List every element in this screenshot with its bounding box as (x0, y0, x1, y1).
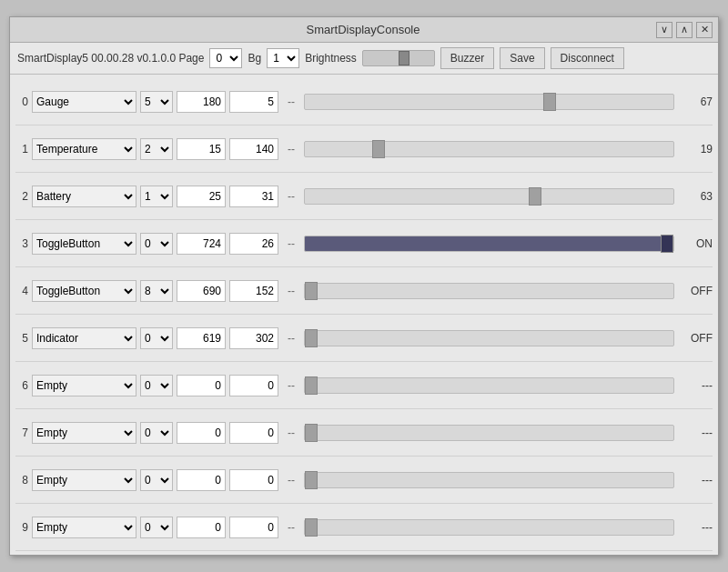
slider-value-5: OFF (680, 332, 713, 345)
maximize-button[interactable]: ∧ (676, 22, 693, 38)
type-select-7[interactable]: GaugeTemperatureBatteryToggleButtonIndic… (32, 422, 136, 444)
type-select-4[interactable]: GaugeTemperatureBatteryToggleButtonIndic… (32, 280, 136, 302)
type-select-8[interactable]: GaugeTemperatureBatteryToggleButtonIndic… (32, 469, 136, 491)
sub-select-9[interactable]: 0123456789 (140, 517, 173, 538)
brightness-slider[interactable] (362, 50, 435, 66)
val2-input-7[interactable] (229, 422, 278, 444)
bg-label: Bg (248, 52, 261, 65)
val2-input-8[interactable] (229, 469, 278, 491)
dash-label-9: -- (282, 521, 300, 534)
slider-area-1: 19 (304, 141, 713, 157)
row-slider-2[interactable] (304, 188, 674, 205)
slider-value-7: --- (680, 426, 713, 439)
val1-input-9[interactable] (177, 517, 226, 538)
slider-area-0: 67 (304, 94, 713, 110)
row-slider-6[interactable] (304, 377, 674, 394)
val2-input-5[interactable] (229, 327, 278, 349)
val1-input-2[interactable] (177, 186, 226, 207)
row-index-7: 7 (15, 426, 28, 439)
val2-input-6[interactable] (229, 375, 278, 396)
main-window: SmartDisplayConsole ∨ ∧ ✕ SmartDisplay5 … (9, 16, 719, 556)
val1-input-5[interactable] (177, 327, 226, 349)
bg-select[interactable]: 01 (267, 48, 299, 68)
row-index-5: 5 (15, 332, 28, 345)
sub-select-0[interactable]: 0123456789 (140, 91, 173, 113)
dash-label-6: -- (282, 379, 300, 392)
dash-label-7: -- (282, 426, 300, 439)
slider-area-2: 63 (304, 188, 713, 205)
window-title: SmartDisplayConsole (70, 23, 656, 36)
row-index-3: 3 (15, 237, 28, 250)
row-slider-3[interactable] (304, 236, 674, 252)
sub-select-4[interactable]: 0123456789 (140, 280, 173, 302)
table-row: 0GaugeTemperatureBatteryToggleButtonIndi… (15, 78, 713, 125)
type-select-2[interactable]: GaugeTemperatureBatteryToggleButtonIndic… (32, 186, 136, 207)
table-row: 7GaugeTemperatureBatteryToggleButtonIndi… (15, 409, 713, 457)
table-row: 5GaugeTemperatureBatteryToggleButtonIndi… (15, 315, 713, 362)
minimize-button[interactable]: ∨ (656, 22, 672, 38)
sub-select-3[interactable]: 0123456789 (140, 233, 173, 255)
sub-select-5[interactable]: 0123456789 (140, 327, 173, 349)
page-select[interactable]: 0123 (209, 48, 242, 68)
dash-label-2: -- (282, 190, 300, 203)
sub-select-6[interactable]: 0123456789 (140, 375, 173, 396)
row-slider-1[interactable] (304, 141, 674, 157)
slider-area-5: OFF (304, 330, 713, 346)
type-select-1[interactable]: GaugeTemperatureBatteryToggleButtonIndic… (32, 138, 136, 160)
val1-input-0[interactable] (177, 91, 226, 113)
sub-select-8[interactable]: 0123456789 (140, 469, 173, 491)
slider-value-0: 67 (680, 95, 713, 108)
val1-input-4[interactable] (177, 280, 226, 302)
type-select-5[interactable]: GaugeTemperatureBatteryToggleButtonIndic… (32, 327, 136, 349)
row-slider-5[interactable] (304, 330, 674, 346)
slider-value-6: --- (680, 379, 713, 392)
row-index-6: 6 (15, 379, 28, 392)
type-select-0[interactable]: GaugeTemperatureBatteryToggleButtonIndic… (32, 91, 136, 113)
row-slider-7[interactable] (304, 425, 674, 441)
slider-value-8: --- (680, 474, 713, 487)
row-index-8: 8 (15, 474, 28, 487)
val2-input-1[interactable] (229, 138, 278, 160)
slider-area-8: --- (304, 472, 713, 488)
row-slider-8[interactable] (304, 472, 674, 488)
window-controls: ∨ ∧ ✕ (656, 22, 713, 38)
dash-label-3: -- (282, 237, 300, 250)
row-slider-9[interactable] (304, 519, 674, 536)
dash-label-5: -- (282, 332, 300, 345)
val1-input-3[interactable] (177, 233, 226, 255)
sub-select-7[interactable]: 0123456789 (140, 422, 173, 444)
dash-label-8: -- (282, 474, 300, 487)
val2-input-4[interactable] (229, 280, 278, 302)
val2-input-9[interactable] (229, 517, 278, 538)
dash-label-4: -- (282, 285, 300, 297)
slider-area-4: OFF (304, 283, 713, 299)
device-label: SmartDisplay5 00.00.28 v0.1.0.0 Page (17, 52, 204, 65)
val1-input-7[interactable] (177, 422, 226, 444)
table-row: 3GaugeTemperatureBatteryToggleButtonIndi… (15, 220, 713, 267)
slider-value-3: ON (680, 237, 713, 250)
val1-input-1[interactable] (177, 138, 226, 160)
row-index-2: 2 (15, 190, 28, 203)
type-select-3[interactable]: GaugeTemperatureBatteryToggleButtonIndic… (32, 233, 136, 255)
row-index-4: 4 (15, 285, 28, 297)
brightness-label: Brightness (305, 52, 357, 65)
disconnect-button[interactable]: Disconnect (551, 47, 624, 69)
val1-input-6[interactable] (177, 375, 226, 396)
val2-input-2[interactable] (229, 186, 278, 207)
type-select-6[interactable]: GaugeTemperatureBatteryToggleButtonIndic… (32, 375, 136, 396)
save-button[interactable]: Save (500, 47, 544, 69)
slider-value-9: --- (680, 521, 713, 534)
val2-input-0[interactable] (229, 91, 278, 113)
sub-select-1[interactable]: 0123456789 (140, 138, 173, 160)
row-slider-0[interactable] (304, 94, 674, 110)
buzzer-button[interactable]: Buzzer (440, 47, 494, 69)
val2-input-3[interactable] (229, 233, 278, 255)
close-button[interactable]: ✕ (696, 22, 713, 38)
val1-input-8[interactable] (177, 469, 226, 491)
rows-container: 0GaugeTemperatureBatteryToggleButtonIndi… (10, 75, 718, 555)
row-slider-4[interactable] (304, 283, 674, 299)
row-index-0: 0 (15, 95, 28, 108)
table-row: 4GaugeTemperatureBatteryToggleButtonIndi… (15, 267, 713, 315)
sub-select-2[interactable]: 0123456789 (140, 186, 173, 207)
type-select-9[interactable]: GaugeTemperatureBatteryToggleButtonIndic… (32, 517, 136, 538)
